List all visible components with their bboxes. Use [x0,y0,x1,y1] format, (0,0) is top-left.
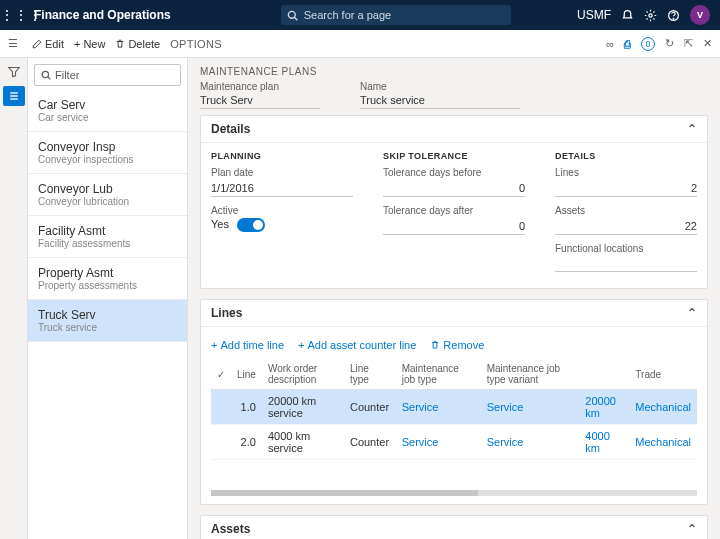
tol-after-field[interactable]: 0 [383,218,525,235]
bell-icon[interactable] [621,9,634,22]
lines-table: ✓ Line Work order description Line type … [211,359,697,460]
command-bar: ☰ Edit +New Delete OPTIONS ∞ ⎙ 0 ↻ ⇱ ✕ [0,30,720,58]
svg-point-2 [649,13,652,16]
plan-label: Maintenance plan [200,81,320,92]
nav-item[interactable]: Truck ServTruck service [28,300,187,342]
link-icon[interactable]: ∞ [606,38,614,50]
plus-icon: + [74,38,80,50]
nav-item[interactable]: Facility AsmtFacility assessments [28,216,187,258]
plan-date-field[interactable]: 1/1/2016 [211,180,353,197]
funnel-icon[interactable] [8,66,20,80]
header-fields: Maintenance plan Truck Serv Name Truck s… [200,81,708,109]
table-row[interactable]: 2.04000 km serviceCounterServiceService4… [211,425,697,460]
search-icon [287,10,298,21]
svg-point-4 [673,18,674,19]
add-asset-counter-line-button[interactable]: + Add asset counter line [298,339,416,351]
col-desc[interactable]: Work order description [262,359,344,390]
col-mjtv2[interactable] [579,359,629,390]
func-loc-count [555,256,697,272]
col-trade[interactable]: Trade [629,359,697,390]
details-card: Details ⌃ Planning Plan date1/1/2016 Act… [200,115,708,289]
refresh-icon[interactable]: ↻ [665,37,674,50]
nav-item-subtitle: Conveyor lubrication [38,196,177,207]
col-mjt[interactable]: Maintenance job type [396,359,481,390]
close-icon[interactable]: ✕ [703,37,712,50]
horizontal-scrollbar[interactable] [211,490,697,496]
name-label: Name [360,81,520,92]
help-icon[interactable] [667,9,680,22]
active-toggle[interactable]: Yes [211,218,353,232]
list-view-icon[interactable] [3,86,25,106]
filter-search-icon [41,70,51,80]
nav-item-title: Truck Serv [38,308,177,322]
lines-card: Lines ⌃ + Add time line + Add asset coun… [200,299,708,505]
office-icon[interactable]: ⎙ [624,38,631,50]
gear-icon[interactable] [644,9,657,22]
trash-icon [430,340,440,350]
options-button[interactable]: OPTIONS [170,38,222,50]
nav-item[interactable]: Conveyor InspConveyor inspections [28,132,187,174]
user-avatar[interactable]: V [690,5,710,25]
nav-item-title: Property Asmt [38,266,177,280]
nav-item[interactable]: Conveyor LubConveyor lubrication [28,174,187,216]
lines-actions: + Add time line + Add asset counter line… [211,335,697,359]
nav-item[interactable]: Car ServCar service [28,90,187,132]
edit-button[interactable]: Edit [32,38,64,50]
popout-icon[interactable]: ⇱ [684,37,693,50]
remove-line-button[interactable]: Remove [430,339,484,351]
assets-header[interactable]: Assets ⌃ [201,516,707,539]
chevron-up-icon: ⌃ [687,306,697,320]
nav-item-subtitle: Conveyor inspections [38,154,177,165]
nav-item-title: Conveyor Lub [38,182,177,196]
col-mjtv[interactable]: Maintenance job type variant [481,359,580,390]
svg-point-8 [42,71,48,77]
assets-card: Assets ⌃ + Add line Remove ✓ Asset ↑ Sta… [200,515,708,539]
col-select[interactable]: ✓ [211,359,231,390]
tol-before-field[interactable]: 0 [383,180,525,197]
plan-value[interactable]: Truck Serv [200,92,320,109]
company-picker[interactable]: USMF [577,8,611,22]
notification-badge[interactable]: 0 [641,37,655,51]
nav-item[interactable]: Property AsmtProperty assessments [28,258,187,300]
details-header[interactable]: Details ⌃ [201,116,707,143]
app-brand: Finance and Operations [30,8,171,22]
col-type[interactable]: Line type [344,359,396,390]
toggle-icon [237,218,265,232]
nav-list-pane: Filter Car ServCar serviceConveyor InspC… [28,58,188,539]
topbar-right: USMF V [577,5,720,25]
nav-item-subtitle: Facility assessments [38,238,177,249]
nav-item-title: Facility Asmt [38,224,177,238]
global-search[interactable]: Search for a page [281,5,511,25]
svg-line-1 [294,17,297,20]
new-button[interactable]: +New [74,38,105,50]
lines-count: 2 [555,180,697,197]
col-line[interactable]: Line [231,359,262,390]
hamburger-icon[interactable]: ☰ [8,37,22,50]
app-titlebar: ⋮⋮⋮ Finance and Operations Search for a … [0,0,720,30]
chevron-up-icon: ⌃ [687,522,697,536]
chevron-up-icon: ⌃ [687,122,697,136]
nav-item-title: Conveyor Insp [38,140,177,154]
svg-line-9 [48,77,51,80]
name-value[interactable]: Truck service [360,92,520,109]
pencil-icon [32,39,42,49]
nav-item-subtitle: Car service [38,112,177,123]
nav-item-title: Car Serv [38,98,177,112]
command-bar-right: ∞ ⎙ 0 ↻ ⇱ ✕ [606,37,712,51]
page-header: MAINTENANCE PLANS [200,66,708,77]
waffle-icon[interactable]: ⋮⋮⋮ [0,7,30,23]
svg-point-0 [288,11,295,18]
filter-input[interactable]: Filter [34,64,181,86]
search-placeholder: Search for a page [304,9,391,21]
lines-header[interactable]: Lines ⌃ [201,300,707,327]
nav-item-subtitle: Property assessments [38,280,177,291]
trash-icon [115,39,125,49]
assets-count: 22 [555,218,697,235]
table-row[interactable]: 1.020000 km serviceCounterServiceService… [211,390,697,425]
add-time-line-button[interactable]: + Add time line [211,339,284,351]
main-area: Filter Car ServCar serviceConveyor InspC… [0,58,720,539]
content-pane: MAINTENANCE PLANS Maintenance plan Truck… [188,58,720,539]
nav-item-subtitle: Truck service [38,322,177,333]
left-rail [0,58,28,539]
delete-button[interactable]: Delete [115,38,160,50]
